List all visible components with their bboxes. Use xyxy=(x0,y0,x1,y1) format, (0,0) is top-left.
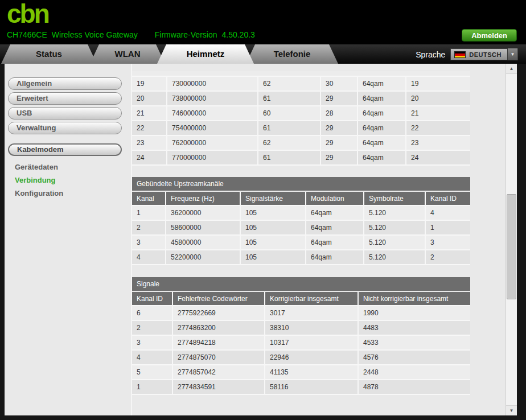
tab-wlan[interactable]: WLAN xyxy=(90,44,165,64)
table-cell: 2774894218 xyxy=(173,336,265,351)
table-cell: 24 xyxy=(132,151,167,166)
table-row: 24770000000612964qam24 xyxy=(132,151,470,166)
table-cell: 746000000 xyxy=(167,106,258,121)
table-cell: 762000000 xyxy=(167,136,258,151)
tab-status[interactable]: Status xyxy=(1,44,97,64)
table-cell: 5 xyxy=(132,365,173,380)
sidebar-item-geraetedaten[interactable]: Gerätedaten xyxy=(5,160,131,174)
table-cell: 64qam xyxy=(306,236,364,250)
firmware-version: 4.50.20.3 xyxy=(221,30,254,39)
table-cell: 58600000 xyxy=(166,221,241,236)
upstream-channels-table: KanalFrequenz (Hz)SignalstärkeModulation… xyxy=(132,192,470,265)
table-cell: 2775922669 xyxy=(173,306,265,321)
table-cell: 4533 xyxy=(359,336,470,351)
tab-telefonie[interactable]: Telefonie xyxy=(246,44,338,64)
sidebar-item-usb[interactable]: USB xyxy=(8,107,122,120)
table-cell: 3 xyxy=(132,336,173,351)
column-header: Signalstärke xyxy=(241,192,306,206)
table-cell: 29 xyxy=(321,136,358,151)
table-cell: 105 xyxy=(241,221,306,236)
table-cell: 23 xyxy=(406,136,470,151)
firmware-label: Firmware-Version xyxy=(155,30,217,39)
sidebar-item-kabelmodem[interactable]: Kabelmodem xyxy=(8,143,122,156)
table-cell: 64qam xyxy=(358,92,406,106)
scroll-up-icon[interactable]: ▲ xyxy=(506,64,517,74)
table-cell: 29 xyxy=(321,151,358,166)
table-cell: 2 xyxy=(132,321,173,336)
sidebar-item-verwaltung[interactable]: Verwaltung xyxy=(8,122,122,134)
table-cell: 730000000 xyxy=(167,77,258,92)
table-cell: 64qam xyxy=(306,206,364,221)
table-cell: 105 xyxy=(241,250,306,265)
device-info-row: CH7466CEWireless Voice GatewayFirmware-V… xyxy=(7,30,255,39)
table-cell: 64qam xyxy=(358,151,406,166)
main-content: 19730000000623064qam1920738000000612964q… xyxy=(131,64,506,415)
column-header: Kanal ID xyxy=(132,292,173,306)
table-cell: 61 xyxy=(258,121,321,136)
table-cell: 41135 xyxy=(265,365,359,380)
table-cell: 105 xyxy=(241,236,306,250)
table-cell: 1 xyxy=(132,380,173,395)
cbn-logo: cbn xyxy=(7,0,48,28)
column-header: Korrigierbar insgesamt xyxy=(265,292,359,306)
language-value: DEUTSCH xyxy=(469,51,507,58)
table-cell: 4878 xyxy=(359,380,470,395)
sidebar-item-erweitert[interactable]: Erweitert xyxy=(8,92,122,105)
table-cell: 62 xyxy=(258,136,321,151)
table-cell: 23 xyxy=(132,136,167,151)
table-row: 22754000000612964qam22 xyxy=(132,121,470,136)
column-header: Frequenz (Hz) xyxy=(166,192,241,206)
logout-button[interactable]: Abmelden xyxy=(462,29,517,42)
device-model: CH7466CE xyxy=(7,30,47,39)
table-row: 32774894218103174533 xyxy=(132,336,470,351)
table-row: 23762000000622964qam23 xyxy=(132,136,470,151)
table-cell: 738000000 xyxy=(167,92,258,106)
table-cell: 1 xyxy=(426,221,470,236)
table-cell: 21 xyxy=(132,106,167,121)
vertical-scrollbar[interactable]: ▲ ▼ xyxy=(506,64,517,415)
device-name: Wireless Voice Gateway xyxy=(52,30,138,39)
table-cell: 64qam xyxy=(306,250,364,265)
table-row: 52774857042411352448 xyxy=(132,365,470,380)
table-cell: 4 xyxy=(426,206,470,221)
scrollbar-thumb[interactable] xyxy=(507,194,516,299)
table-row: 25860000010564qam5.1201 xyxy=(132,221,470,236)
table-cell: 22946 xyxy=(265,351,359,365)
table-cell: 6 xyxy=(132,306,173,321)
signals-section-title: Signale xyxy=(132,277,470,291)
sidebar-item-konfiguration[interactable]: Konfiguration xyxy=(5,187,131,200)
table-row: 13620000010564qam5.1204 xyxy=(132,206,470,221)
column-header: Kanal ID xyxy=(426,192,470,206)
table-cell: 1990 xyxy=(359,306,470,321)
table-cell: 2774863200 xyxy=(173,321,265,336)
table-row: 45220000010564qam5.1202 xyxy=(132,250,470,265)
tab-heimnetz[interactable]: Heimnetz xyxy=(157,44,254,64)
table-cell: 2448 xyxy=(359,365,470,380)
table-row: 34580000010564qam5.1203 xyxy=(132,236,470,250)
table-cell: 19 xyxy=(406,77,470,92)
table-cell: 52200000 xyxy=(166,250,241,265)
sidebar: Allgemein Erweitert USB Verwaltung Kabel… xyxy=(5,64,131,415)
table-cell: 36200000 xyxy=(166,206,241,221)
table-cell: 1 xyxy=(132,206,166,221)
language-selector[interactable]: DEUTSCH ▼ xyxy=(450,48,518,60)
table-cell: 64qam xyxy=(306,221,364,236)
table-cell: 30 xyxy=(321,77,358,92)
column-header: Modulation xyxy=(306,192,364,206)
table-cell: 2774857042 xyxy=(173,365,265,380)
table-cell: 22 xyxy=(132,121,167,136)
table-cell: 64qam xyxy=(358,106,406,121)
table-cell: 3 xyxy=(426,236,470,250)
table-row: 42774875070229464576 xyxy=(132,351,470,365)
table-cell: 2774875070 xyxy=(173,351,265,365)
sidebar-sublinks: Gerätedaten Verbindung Konfiguration xyxy=(5,160,131,200)
table-cell: 64qam xyxy=(358,121,406,136)
table-cell: 20 xyxy=(406,92,470,106)
scroll-down-icon[interactable]: ▼ xyxy=(506,405,517,415)
main-nav: Status WLAN Heimnetz Telefonie Sprache D… xyxy=(0,44,526,64)
content-frame: Allgemein Erweitert USB Verwaltung Kabel… xyxy=(5,64,517,415)
sidebar-item-allgemein[interactable]: Allgemein xyxy=(8,77,122,90)
sidebar-item-verbindung[interactable]: Verbindung xyxy=(5,174,131,187)
chevron-down-icon[interactable]: ▼ xyxy=(507,48,517,60)
table-cell: 58116 xyxy=(265,380,359,395)
